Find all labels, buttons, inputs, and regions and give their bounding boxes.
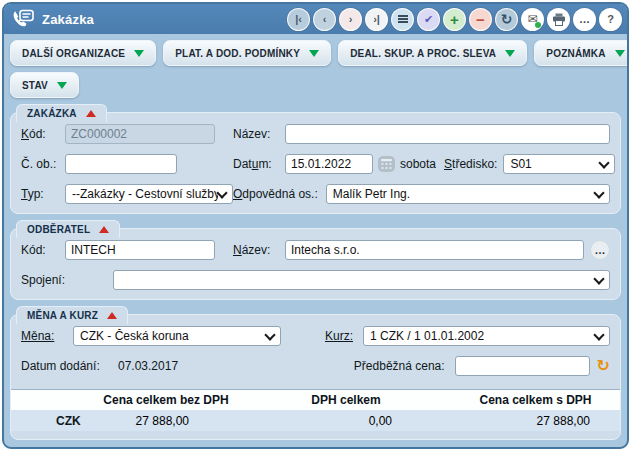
- typ-value: --Zakázky - Cestovní služby: [72, 187, 218, 201]
- zakazka-section: ZAKÁZKA Kód: Název: Č. ob.: Datum:: [10, 112, 621, 214]
- organization-lookup-button[interactable]: …: [590, 240, 610, 260]
- mena-value: CZK - Česká koruna: [80, 329, 189, 343]
- zakazka-row-2: Č. ob.: Datum: sobota: [21, 153, 610, 175]
- calendar-icon[interactable]: [378, 156, 395, 172]
- plat-a-dod-podminky-button[interactable]: PLAT. A DOD. PODMÍNKY: [163, 40, 331, 66]
- stredisko-value: S01: [510, 157, 531, 171]
- zakazka-section-tab[interactable]: ZAKÁZKA: [16, 104, 107, 122]
- window-titlebar: Zakázka |‹ ‹ › ›| ✔ + − ↻ ✉ … ?: [4, 4, 627, 34]
- header-dph-celkem: DPH celkem: [241, 393, 451, 407]
- odpovedna-os-value: Malík Petr Ing.: [333, 187, 410, 201]
- previous-record-icon: ‹: [323, 14, 327, 25]
- refresh-button[interactable]: ↻: [495, 8, 518, 31]
- chevron-down-icon: [599, 157, 610, 168]
- chevron-down-icon: [593, 187, 604, 198]
- dph-celkem-value: 0,00: [241, 414, 451, 428]
- totals-header-row: Cena celkem bez DPH DPH celkem Cena celk…: [11, 389, 620, 410]
- zakazka-row-3: Typ: --Zakázky - Cestovní služby Odpověd…: [21, 183, 610, 205]
- stredisko-select[interactable]: S01: [503, 154, 615, 174]
- question-mark-icon: ?: [607, 14, 614, 25]
- menu-button[interactable]: [391, 8, 414, 31]
- dalsi-organizace-button[interactable]: DALŠÍ ORGANIZACE: [10, 40, 156, 66]
- nav-previous-button[interactable]: ‹: [313, 8, 336, 31]
- datum-field[interactable]: [285, 154, 373, 174]
- odberatel-nazev-field[interactable]: [285, 240, 584, 260]
- chevron-down-icon: [593, 273, 604, 284]
- odpovedna-os-label: Odpovědná os.:: [233, 187, 318, 201]
- nazev-label: Název:: [233, 127, 285, 141]
- header-cena-bez-dph: Cena celkem bez DPH: [91, 393, 241, 407]
- chevron-down-icon: [309, 50, 319, 57]
- print-button[interactable]: [547, 8, 570, 31]
- more-options-button[interactable]: …: [573, 8, 596, 31]
- dalsi-organizace-label: DALŠÍ ORGANIZACE: [22, 48, 125, 59]
- mena-select[interactable]: CZK - Česká koruna: [73, 326, 281, 346]
- nav-next-button[interactable]: ›: [339, 8, 362, 31]
- typ-select[interactable]: --Zakázky - Cestovní služby: [65, 184, 233, 204]
- odberatel-kod-label: Kód:: [21, 243, 65, 257]
- stredisko-label: Středisko:: [444, 157, 497, 171]
- totals-data-row: CZK 27 888,00 0,00 27 888,00: [11, 410, 620, 431]
- deal-skup-a-proc-sleva-label: DEAL. SKUP. A PROC. SLEVA: [350, 48, 496, 59]
- predbezna-cena-field[interactable]: [455, 356, 590, 376]
- mena-label: Měna:: [21, 329, 73, 343]
- last-record-icon: ›|: [373, 14, 380, 25]
- kurz-select[interactable]: 1 CZK / 1 01.01.2002: [363, 326, 610, 346]
- nav-last-button[interactable]: ›|: [365, 8, 388, 31]
- zakazka-window: Zakázka |‹ ‹ › ›| ✔ + − ↻ ✉ … ?: [2, 2, 629, 449]
- stav-row: STAV: [4, 66, 627, 98]
- collapse-triangle-icon: [86, 110, 96, 117]
- recalculate-icon[interactable]: ↻: [597, 358, 610, 374]
- nav-first-button[interactable]: |‹: [287, 8, 310, 31]
- day-of-week-text: sobota: [400, 157, 436, 171]
- c-ob-field[interactable]: [65, 154, 177, 174]
- mena-a-kurz-section-tab[interactable]: MĚNA A KURZ: [16, 306, 128, 324]
- section-menu-row: DALŠÍ ORGANIZACE PLAT. A DOD. PODMÍNKY D…: [4, 34, 627, 66]
- poznamka-button[interactable]: POZNÁMKA: [534, 40, 629, 66]
- checkmark-icon: ✔: [424, 14, 433, 25]
- odberatel-section-tab[interactable]: ODBĚRATEL: [16, 220, 120, 238]
- next-record-icon: ›: [349, 14, 353, 25]
- stav-label: STAV: [22, 80, 48, 91]
- hamburger-menu-icon: [398, 18, 408, 20]
- kurz-label: Kurz:: [325, 329, 353, 343]
- spojeni-select[interactable]: [113, 270, 610, 290]
- predbezna-cena-label: Předběžná cena:: [354, 359, 445, 373]
- deal-skup-a-proc-sleva-button[interactable]: DEAL. SKUP. A PROC. SLEVA: [338, 40, 527, 66]
- zakazka-section-title: ZAKÁZKA: [27, 108, 77, 119]
- chevron-down-icon: [615, 50, 625, 57]
- kurz-value: 1 CZK / 1 01.01.2002: [370, 329, 484, 343]
- minus-icon: −: [476, 12, 485, 27]
- chevron-down-icon: [593, 329, 604, 340]
- cena-bez-dph-value: 27 888,00: [91, 414, 241, 428]
- mail-button[interactable]: ✉: [521, 8, 544, 31]
- cena-s-dph-value: 27 888,00: [451, 414, 620, 428]
- collapse-triangle-icon: [99, 226, 109, 233]
- help-button[interactable]: ?: [599, 8, 622, 31]
- chevron-down-icon: [505, 50, 515, 57]
- delete-record-button[interactable]: −: [469, 8, 492, 31]
- plat-a-dod-podminky-label: PLAT. A DOD. PODMÍNKY: [175, 48, 300, 59]
- add-record-button[interactable]: +: [443, 8, 466, 31]
- first-record-icon: |‹: [295, 14, 302, 25]
- chevron-down-icon: [134, 50, 144, 57]
- kod-label: Kód:: [21, 127, 65, 141]
- zakazka-row-1: Kód: Název:: [21, 123, 610, 145]
- confirm-button[interactable]: ✔: [417, 8, 440, 31]
- mail-status-dot: [535, 22, 541, 28]
- kod-field: [65, 124, 215, 144]
- titlebar-toolbar: |‹ ‹ › ›| ✔ + − ↻ ✉ … ?: [287, 8, 622, 31]
- mena-row-1: Měna: CZK - Česká koruna Kurz: 1 CZK / 1…: [21, 325, 610, 347]
- currency-cell: CZK: [11, 414, 91, 428]
- odberatel-section-title: ODBĚRATEL: [27, 224, 90, 235]
- typ-label: Typ:: [21, 187, 65, 201]
- odpovedna-os-select[interactable]: Malík Petr Ing.: [326, 184, 610, 204]
- odberatel-kod-field[interactable]: [65, 240, 215, 260]
- nazev-field[interactable]: [285, 124, 610, 144]
- ellipsis-icon: …: [595, 244, 606, 256]
- refresh-icon: ↻: [501, 12, 513, 26]
- mena-a-kurz-section-title: MĚNA A KURZ: [27, 310, 98, 321]
- stav-button[interactable]: STAV: [10, 72, 79, 98]
- plus-icon: +: [450, 12, 459, 27]
- datum-label: Datum:: [233, 157, 285, 171]
